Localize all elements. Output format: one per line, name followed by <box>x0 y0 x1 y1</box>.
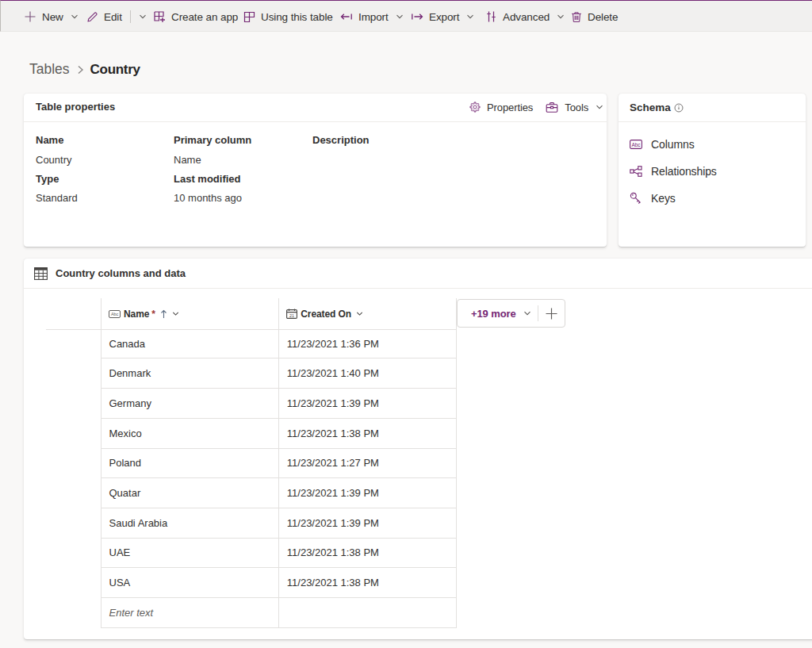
svg-text:Abc: Abc <box>111 312 119 316</box>
svg-text:21: 21 <box>289 313 294 318</box>
svg-text:Abc: Abc <box>632 142 642 148</box>
